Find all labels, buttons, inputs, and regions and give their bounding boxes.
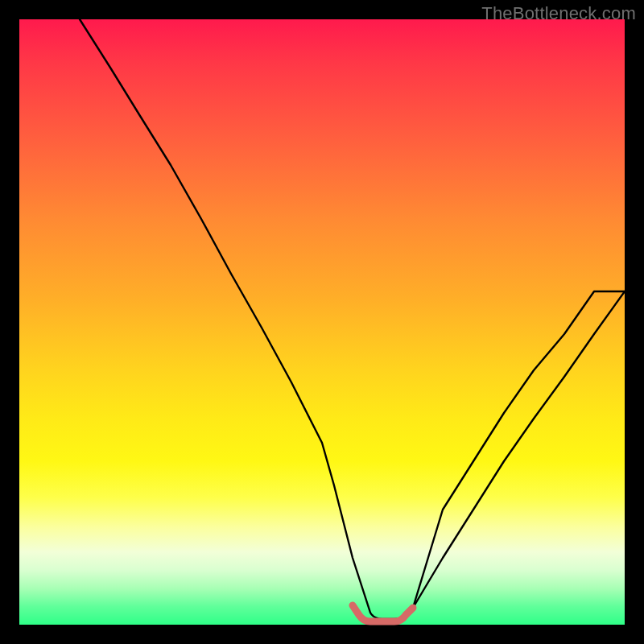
flat-highlight <box>19 19 625 625</box>
chart-frame: TheBottleneck.com <box>0 0 644 644</box>
watermark-text: TheBottleneck.com <box>481 3 636 24</box>
highlight-path <box>353 605 413 621</box>
chart-plot-area <box>19 19 625 625</box>
